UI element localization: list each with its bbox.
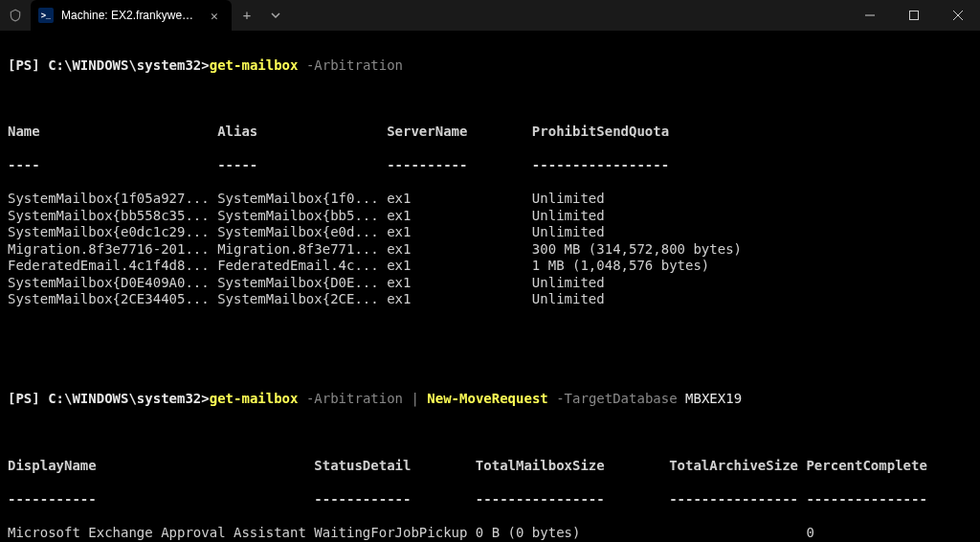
svg-rect-1 <box>910 11 919 20</box>
window-controls <box>848 0 980 31</box>
prompt-path: C:\WINDOWS\system32> <box>40 391 210 406</box>
cmdlet: get-mailbox <box>210 391 299 406</box>
tab-dropdown-button[interactable] <box>262 0 289 31</box>
new-tab-button[interactable]: + <box>232 0 262 31</box>
table-row: Microsoft Exchange Approval Assistant Wa… <box>8 525 972 542</box>
table-row: SystemMailbox{2CE34405... SystemMailbox{… <box>8 291 972 308</box>
tab-active[interactable]: >_ Machine: EX2.frankyweblab.c ✕ <box>31 0 232 31</box>
prompt-prefix: [PS] <box>8 391 40 406</box>
table-row: FederatedEmail.4c1f4d8... FederatedEmail… <box>8 258 972 275</box>
close-button[interactable] <box>936 0 980 31</box>
maximize-button[interactable] <box>892 0 936 31</box>
prompt-line-2: [PS] C:\WINDOWS\system32>get-mailbox -Ar… <box>8 391 972 408</box>
table1-sep: ---- ----- ---------- ----------------- <box>8 157 972 174</box>
blank-line <box>8 358 972 374</box>
table-row: SystemMailbox{bb558c35... SystemMailbox{… <box>8 208 972 225</box>
table2-header: DisplayName StatusDetail TotalMailboxSiz… <box>8 458 972 475</box>
prompt-path: C:\WINDOWS\system32> <box>40 57 210 73</box>
table-row: SystemMailbox{e0dc1c29... SystemMailbox{… <box>8 224 972 241</box>
titlebar: >_ Machine: EX2.frankyweblab.c ✕ + <box>0 0 980 31</box>
cmdlet-param: -Arbitration <box>298 391 411 406</box>
cmdlet-arg: MBXEX19 <box>685 391 742 406</box>
blank-line <box>8 424 972 440</box>
table1-header: Name Alias ServerName ProhibitSendQuota <box>8 124 972 141</box>
table-row: SystemMailbox{1f05a927... SystemMailbox{… <box>8 191 972 208</box>
pipe-symbol: | <box>411 391 418 406</box>
cmdlet-param: -Arbitration <box>298 57 403 73</box>
prompt-line-1: [PS] C:\WINDOWS\system32>get-mailbox -Ar… <box>8 57 972 75</box>
table2-sep: ----------- ------------ ---------------… <box>8 491 972 508</box>
cmdlet: get-mailbox <box>210 57 299 73</box>
cmdlet: New-MoveRequest <box>419 391 548 406</box>
terminal-output[interactable]: [PS] C:\WINDOWS\system32>get-mailbox -Ar… <box>0 31 980 542</box>
tab-title: Machine: EX2.frankyweblab.c <box>61 9 199 22</box>
shield-icon <box>0 9 31 22</box>
blank-line <box>8 91 972 107</box>
tab-close-button[interactable]: ✕ <box>207 9 222 23</box>
blank-line <box>8 325 972 341</box>
cmdlet-param: -TargetDatabase <box>548 391 685 406</box>
table-row: Migration.8f3e7716-201... Migration.8f3e… <box>8 241 972 259</box>
minimize-button[interactable] <box>848 0 892 31</box>
table-row: SystemMailbox{D0E409A0... SystemMailbox{… <box>8 275 972 292</box>
prompt-prefix: [PS] <box>8 57 40 73</box>
powershell-icon: >_ <box>38 8 54 23</box>
